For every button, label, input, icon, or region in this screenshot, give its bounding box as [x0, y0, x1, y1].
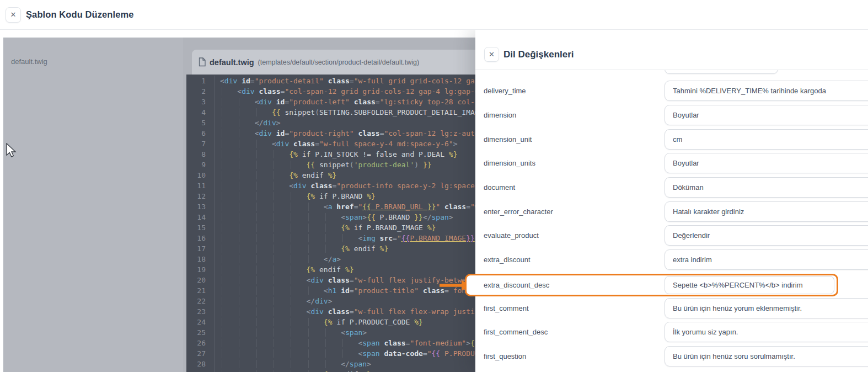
code-line: 21 <h1 id="product-title" class= font-s: [186, 285, 475, 296]
language-variables-panel: ✕ Dil Değişkenleri delivery_timedimensio…: [475, 30, 868, 372]
code-line: 24 {% if P.PRODUCT_CODE %}: [186, 317, 475, 327]
line-number: 22: [186, 296, 215, 306]
sidebar-item-default-twig[interactable]: default.twig: [11, 57, 47, 66]
variable-key-label: first_question: [475, 352, 665, 360]
editor-file-name: default.twig: [210, 58, 254, 67]
variable-row: dimension_units: [475, 151, 868, 176]
row-value-input[interactable]: [665, 276, 834, 294]
code-line: 17 {% endif %}: [186, 243, 475, 254]
line-number: 14: [186, 212, 215, 222]
row-value-input[interactable]: [665, 81, 868, 101]
code-line: 3 <div id="product-left" class="lg:stick…: [186, 97, 475, 107]
code-line: 20 <div class="w-full flex justify-betwe…: [186, 275, 475, 285]
line-number: 8: [186, 149, 215, 160]
file-icon: [199, 57, 206, 67]
row-value-input[interactable]: [665, 129, 868, 150]
variable-key-label: extra_discount: [475, 256, 665, 264]
code-line: 8 {% if P.IN_STOCK != false and P.DEAL %…: [186, 149, 475, 160]
line-number: 21: [186, 285, 215, 296]
variable-key-label: first_comment: [475, 304, 665, 312]
window-header: ✕ Şablon Kodu Düzenleme: [0, 0, 868, 30]
code-line: 6 <div id="product-right" class="col-spa…: [186, 128, 475, 139]
code-line: 13 <a href="{{ P.BRAND_URL }}" class="w: [186, 201, 475, 212]
panel-title: Dil Değişkenleri: [503, 49, 574, 60]
line-number: 6: [186, 128, 215, 139]
variable-key-label: enter_error_character: [475, 208, 665, 216]
code-line: 12 {% if P.BRAND %}: [186, 191, 475, 201]
code-line: 23 <div class="w-full flex flex-wrap jus…: [186, 306, 475, 317]
code-line: 25 <span>: [186, 327, 475, 338]
line-number: 20: [186, 275, 215, 285]
line-number: 25: [186, 327, 215, 338]
row-value-input[interactable]: [665, 105, 868, 125]
variable-rows-list: delivery_timedimensiondimension_unitdime…: [475, 70, 868, 372]
line-number: 18: [186, 254, 215, 264]
code-line: 15 {% if P.BRAND_IMAGE %}: [186, 222, 475, 233]
variable-row: dimension: [475, 103, 868, 127]
code-line: 7 <div class="w-full space-y-4 md:space-…: [186, 139, 475, 149]
variable-row: enter_error_character: [475, 199, 868, 224]
variable-key-label: dimension_units: [475, 159, 665, 167]
row-value-input[interactable]: [665, 153, 868, 173]
variable-key-label: extra_discount_desc: [467, 281, 665, 289]
code-line: 28 </span>: [186, 359, 475, 369]
row-value-input[interactable]: [665, 225, 868, 246]
variable-row: first_comment: [475, 296, 868, 320]
row-value-input-partial[interactable]: [665, 70, 778, 74]
close-icon: ✕: [10, 11, 17, 18]
variable-row: delivery_time: [475, 79, 868, 103]
code-line: 2 <div class="col-span-12 grid grid-cols…: [186, 86, 475, 97]
code-line: 16 <img src="{{P.BRAND_IMAGE}}": [186, 233, 475, 243]
line-number: 29: [186, 369, 215, 372]
line-number: 12: [186, 191, 215, 201]
row-value-input[interactable]: [665, 177, 868, 198]
row-value-input[interactable]: [665, 249, 868, 270]
code-line: 5 </div>: [186, 118, 475, 128]
close-window-button[interactable]: ✕: [6, 7, 21, 23]
row-value-input[interactable]: [665, 346, 868, 366]
code-line: 26 <span class="font-medium">{{: [186, 338, 475, 348]
row-value-input[interactable]: [665, 201, 868, 222]
line-number: 15: [186, 222, 215, 233]
line-number: 1: [186, 76, 215, 86]
close-panel-button[interactable]: ✕: [484, 47, 499, 62]
workspace: default.twig default.twig (templates/def…: [0, 30, 868, 372]
line-number: 3: [186, 97, 215, 107]
code-line: 10 {% endif %}: [186, 170, 475, 180]
file-list-sidebar: default.twig: [3, 38, 183, 372]
variable-key-label: dimension: [475, 111, 665, 119]
line-number: 5: [186, 118, 215, 128]
line-number: 10: [186, 170, 215, 180]
code-line: 19 {% endif %}: [186, 264, 475, 275]
line-number: 2: [186, 86, 215, 97]
line-number: 9: [186, 160, 215, 170]
code-line: 22 </div>: [186, 296, 475, 306]
line-number: 11: [186, 180, 215, 191]
line-number: 19: [186, 264, 215, 275]
line-number: 7: [186, 139, 215, 149]
highlighted-variable-row[interactable]: extra_discount_desc: [465, 274, 838, 296]
variable-key-label: delivery_time: [475, 87, 665, 95]
code-line: 11 <div class="product-info space-y-2 lg…: [186, 180, 475, 191]
code-area[interactable]: 1<div id="product-detail" class="w-full …: [186, 75, 475, 372]
code-line: 1<div id="product-detail" class="w-full …: [186, 76, 475, 86]
variable-row: first_question: [475, 344, 868, 369]
editor-file-tab[interactable]: default.twig (templates/default/section/…: [192, 50, 475, 75]
line-number: 13: [186, 201, 215, 212]
code-line: 18 </a>: [186, 254, 475, 264]
row-value-input[interactable]: [665, 298, 868, 318]
line-number: 24: [186, 317, 215, 327]
code-line: 4 {{ snippet(SETTING.SUBFOLDER_PRODUCT_D…: [186, 107, 475, 118]
line-number: 26: [186, 338, 215, 348]
code-line: 27 <span data-code="{{ P.PRODUC: [186, 348, 475, 359]
variable-row: first_comment_desc: [475, 320, 868, 344]
line-number: 4: [186, 107, 215, 118]
page-title: Şablon Kodu Düzenleme: [26, 9, 134, 20]
code-line: 9 {{ snippet('product-deal') }}: [186, 160, 475, 170]
variable-key-label: dimension_unit: [475, 135, 665, 144]
line-number: 16: [186, 233, 215, 243]
variable-key-label: evaluate_product: [475, 231, 665, 240]
template-code-edit-window: ✕ Şablon Kodu Düzenleme default.twig def…: [0, 0, 868, 372]
line-number: 27: [186, 348, 215, 359]
row-value-input[interactable]: [665, 322, 868, 342]
